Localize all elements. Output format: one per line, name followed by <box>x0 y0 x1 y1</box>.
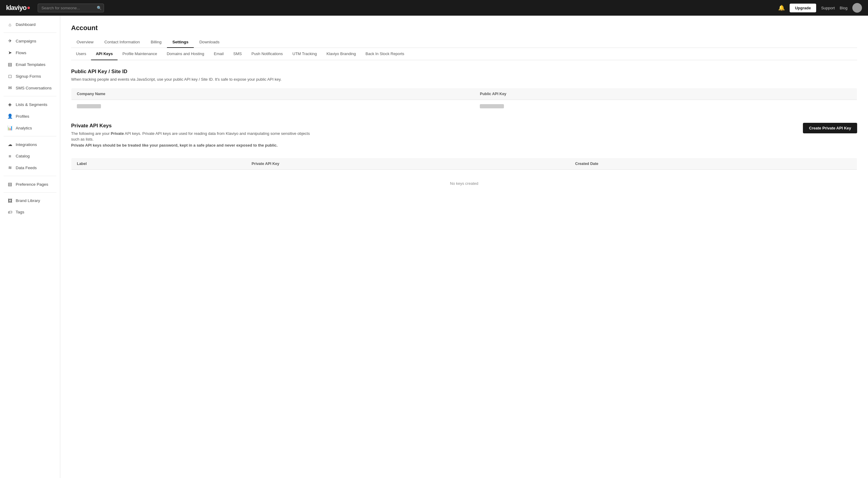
public-api-description: When tracking people and events via Java… <box>71 76 857 82</box>
analytics-icon: 📊 <box>7 125 13 131</box>
sidebar-label-profiles: Profiles <box>16 114 29 118</box>
dashboard-icon: ⌂ <box>7 22 13 27</box>
sidebar-item-tags[interactable]: 🏷 Tags <box>2 206 58 218</box>
public-api-table-row <box>71 100 857 113</box>
main-layout: ⌂ Dashboard ✈ Campaigns ➤ Flows ▤ Email … <box>0 15 868 478</box>
sidebar-label-data-feeds: Data Feeds <box>16 166 37 170</box>
integrations-icon: ☁ <box>7 142 13 147</box>
sidebar-label-campaigns: Campaigns <box>16 39 36 43</box>
tab-push-notifications[interactable]: Push Notifications <box>247 48 287 60</box>
sidebar-label-flows: Flows <box>16 50 26 55</box>
tabs-level2: Users API Keys Profile Maintenance Domai… <box>71 48 857 60</box>
public-api-table: Company Name Public API Key <box>71 88 857 113</box>
data-feeds-icon: ≋ <box>7 165 13 170</box>
sidebar-item-data-feeds[interactable]: ≋ Data Feeds <box>2 162 58 173</box>
campaigns-icon: ✈ <box>7 38 13 44</box>
blurred-company-name <box>77 104 101 108</box>
klaviyo-logo[interactable]: klaviyo <box>6 4 30 12</box>
upgrade-button[interactable]: Upgrade <box>789 4 816 12</box>
private-api-table: Label Private API Key Created Date No ke… <box>71 158 857 198</box>
public-api-table-header-row: Company Name Public API Key <box>71 88 857 100</box>
catalog-icon: ≡ <box>7 153 13 159</box>
sidebar-label-catalog: Catalog <box>16 154 30 158</box>
signup-forms-icon: ◻ <box>7 73 13 79</box>
sidebar-label-signup-forms: Signup Forms <box>16 74 41 78</box>
sidebar-item-dashboard[interactable]: ⌂ Dashboard <box>2 19 58 30</box>
tab-billing[interactable]: Billing <box>145 37 167 48</box>
sidebar-label-email-templates: Email Templates <box>16 62 45 67</box>
tab-back-in-stock[interactable]: Back In Stock Reports <box>361 48 409 60</box>
private-desc-warning: Private API keys should be be treated li… <box>71 143 278 147</box>
public-api-col-company: Company Name <box>71 88 475 100</box>
public-api-company-name <box>71 100 475 113</box>
tab-downloads[interactable]: Downloads <box>194 37 225 48</box>
sidebar-item-brand-library[interactable]: 🖼 Brand Library <box>2 195 58 206</box>
private-col-key: Private API Key <box>246 158 570 170</box>
tab-users[interactable]: Users <box>71 48 91 60</box>
no-keys-label: No keys created <box>77 174 851 193</box>
sidebar-divider-2 <box>4 96 56 96</box>
sidebar-item-signup-forms[interactable]: ◻ Signup Forms <box>2 70 58 82</box>
tab-utm-tracking[interactable]: UTM Tracking <box>287 48 321 60</box>
sidebar-item-lists-segments[interactable]: ◈ Lists & Segments <box>2 99 58 110</box>
private-api-title: Private API Keys <box>71 123 312 129</box>
tab-overview[interactable]: Overview <box>71 37 99 48</box>
sidebar-label-tags: Tags <box>16 210 24 214</box>
tab-sms[interactable]: SMS <box>228 48 247 60</box>
notification-bell-icon[interactable]: 🔔 <box>778 4 785 11</box>
avatar[interactable] <box>852 3 862 13</box>
top-navigation: klaviyo 🔍 🔔 Upgrade Support Blog <box>0 0 868 15</box>
sidebar-item-integrations[interactable]: ☁ Integrations <box>2 139 58 150</box>
sidebar-item-flows[interactable]: ➤ Flows <box>2 47 58 58</box>
tab-profile-maintenance[interactable]: Profile Maintenance <box>118 48 162 60</box>
public-api-title: Public API Key / Site ID <box>71 69 857 75</box>
sidebar-item-campaigns[interactable]: ✈ Campaigns <box>2 35 58 47</box>
flows-icon: ➤ <box>7 50 13 56</box>
sidebar-item-catalog[interactable]: ≡ Catalog <box>2 150 58 162</box>
sidebar-divider-3 <box>4 136 56 136</box>
sidebar-label-brand-library: Brand Library <box>16 198 40 203</box>
lists-icon: ◈ <box>7 102 13 107</box>
private-api-empty-row: No keys created <box>71 170 857 198</box>
support-link[interactable]: Support <box>821 6 835 10</box>
private-desc-bold: Private <box>111 131 124 136</box>
private-api-section: Private API Keys The following are your … <box>71 123 857 198</box>
tabs-level1: Overview Contact Information Billing Set… <box>71 37 857 48</box>
sidebar-label-integrations: Integrations <box>16 142 37 147</box>
private-api-text: Private API Keys The following are your … <box>71 123 312 154</box>
sidebar-label-lists: Lists & Segments <box>16 102 47 107</box>
sidebar-item-profiles[interactable]: 👤 Profiles <box>2 110 58 122</box>
private-desc-part1: The following are your <box>71 131 111 136</box>
tab-email[interactable]: Email <box>209 48 229 60</box>
tab-contact-information[interactable]: Contact Information <box>99 37 145 48</box>
sidebar-label-dashboard: Dashboard <box>16 22 36 27</box>
sms-icon: ✉ <box>7 85 13 91</box>
private-api-header: Private API Keys The following are your … <box>71 123 857 154</box>
sidebar-label-analytics: Analytics <box>16 126 32 130</box>
create-private-key-button[interactable]: Create Private API Key <box>803 123 857 133</box>
sidebar-item-preference-pages[interactable]: ▤ Preference Pages <box>2 178 58 190</box>
tab-klaviyo-branding[interactable]: Klaviyo Branding <box>321 48 361 60</box>
private-api-table-header-row: Label Private API Key Created Date <box>71 158 857 170</box>
tags-icon: 🏷 <box>7 209 13 215</box>
public-api-col-key: Public API Key <box>474 88 857 100</box>
sidebar: ⌂ Dashboard ✈ Campaigns ➤ Flows ▤ Email … <box>0 15 60 478</box>
search-input[interactable] <box>38 4 104 12</box>
email-templates-icon: ▤ <box>7 62 13 67</box>
tab-domains-hosting[interactable]: Domains and Hosting <box>162 48 209 60</box>
blog-link[interactable]: Blog <box>840 6 847 10</box>
tab-settings[interactable]: Settings <box>167 37 194 48</box>
brand-library-icon: 🖼 <box>7 198 13 203</box>
profiles-icon: 👤 <box>7 113 13 119</box>
tab-api-keys[interactable]: API Keys <box>91 48 118 60</box>
sidebar-item-sms-conversations[interactable]: ✉ SMS Conversations <box>2 82 58 94</box>
sidebar-item-analytics[interactable]: 📊 Analytics <box>2 122 58 134</box>
sidebar-item-email-templates[interactable]: ▤ Email Templates <box>2 59 58 70</box>
public-api-key-value <box>474 100 857 113</box>
sidebar-divider-5 <box>4 192 56 193</box>
blurred-api-key <box>480 104 504 108</box>
sidebar-label-sms: SMS Conversations <box>16 86 52 90</box>
logo-dot <box>27 7 30 9</box>
private-api-description: The following are your Private API keys.… <box>71 131 312 148</box>
public-api-section: Public API Key / Site ID When tracking p… <box>71 69 857 113</box>
